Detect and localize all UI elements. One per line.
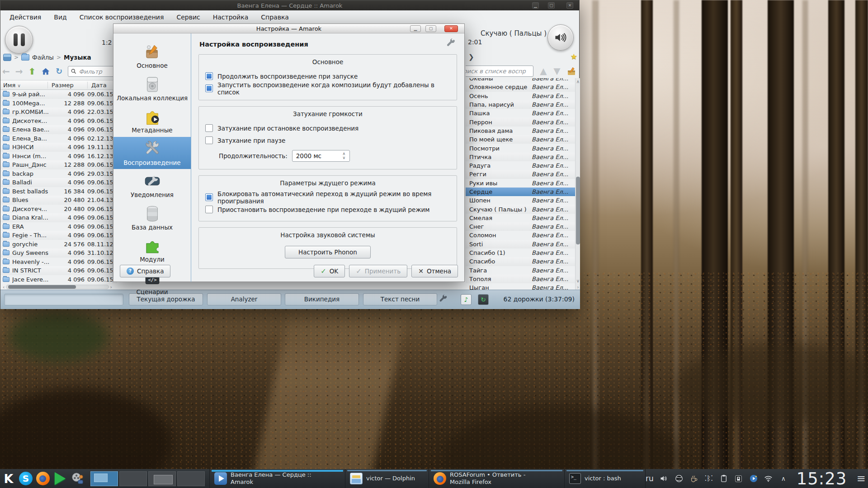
- lyrics-button[interactable]: Текст песни: [363, 293, 437, 305]
- file-row[interactable]: ERA 4 096 09.06.15: [0, 222, 117, 231]
- file-row[interactable]: Fegie - Th... 4 096 09.06.15: [0, 231, 117, 240]
- move-down-icon[interactable]: ▼: [551, 65, 563, 77]
- bookmark-star-icon[interactable]: ★: [571, 52, 577, 61]
- checkbox[interactable]: [205, 124, 213, 132]
- wifi-icon[interactable]: [764, 474, 773, 483]
- wikipedia-button[interactable]: Википедия: [285, 293, 359, 305]
- back-button[interactable]: ←: [2, 67, 10, 76]
- menu-item[interactable]: Вид: [54, 14, 66, 21]
- playlist-row[interactable]: Оловянное сердце Ваенга Ел...: [466, 83, 575, 91]
- help-button[interactable]: ? Справка: [120, 265, 170, 277]
- menu-item[interactable]: Справка: [261, 14, 289, 21]
- video-player-launcher[interactable]: [69, 470, 86, 487]
- scrollbar-thumb[interactable]: [576, 177, 580, 244]
- amarok-titlebar[interactable]: Ваенга Елена — Сердце :: Amarok ▁ ▢ ✕: [0, 0, 579, 10]
- applet-config-wrench-icon[interactable]: [438, 294, 448, 304]
- playlist-row[interactable]: Перрон Ваенга Ел...: [466, 117, 575, 126]
- playlist-row[interactable]: Sorti Ваенга Ел...: [466, 240, 575, 249]
- clock[interactable]: 15:23: [797, 469, 847, 488]
- playlist-row[interactable]: По моей щеке Ваенга Ел...: [466, 135, 575, 144]
- maximize-button[interactable]: ▢: [548, 2, 555, 9]
- playlist-breadcrumb-chevron[interactable]: ❯: [468, 53, 577, 63]
- playlist-row[interactable]: Пашка Ваенга Ел...: [466, 109, 575, 117]
- file-row[interactable]: Heavenly -... 4 096 09.06.15: [0, 258, 117, 267]
- menu-item[interactable]: Действия: [9, 14, 41, 21]
- playlist-row[interactable]: Птичка Ваенга Ел...: [466, 153, 575, 161]
- checkbox[interactable]: [205, 193, 213, 201]
- file-row[interactable]: Елена_Ва... 4 096 02.12.13: [0, 134, 117, 143]
- dialog-maximize-button[interactable]: ▢: [425, 25, 436, 32]
- checkbox[interactable]: [205, 136, 213, 144]
- file-row[interactable]: Дискотеч... 20 480 09.06.15: [0, 205, 117, 214]
- ok-button[interactable]: ✓ OK: [314, 265, 345, 277]
- sidebar-item-playback[interactable]: Воспроизведение: [113, 137, 191, 169]
- playlist-row[interactable]: Радуга Ваенга Ел...: [466, 161, 575, 170]
- pause-button[interactable]: [5, 26, 33, 54]
- volume-tray-icon[interactable]: [660, 474, 669, 483]
- file-horizontal-scrollbar[interactable]: ‹ ›: [1, 284, 113, 290]
- playlist-row[interactable]: Спасибо Ваенга Ел...: [466, 257, 575, 266]
- playlist-row[interactable]: Тайга Ваенга Ел...: [466, 266, 575, 275]
- scroll-right-icon[interactable]: ›: [109, 284, 113, 290]
- menu-item[interactable]: Настройка: [213, 14, 249, 21]
- file-row[interactable]: Нэнси (m... 4 096 16.12.13: [0, 152, 117, 161]
- volume-button[interactable]: [547, 24, 574, 51]
- playlist-row[interactable]: Сердце Ваенга Ел...: [466, 188, 575, 196]
- up-button[interactable]: ⬆: [28, 67, 36, 76]
- scroll-left-icon[interactable]: ‹: [1, 284, 6, 290]
- file-row[interactable]: Jace Evere... 4 096 09.06.15: [0, 275, 117, 284]
- file-row[interactable]: Diana Kral... 4 096 09.06.15: [0, 213, 117, 222]
- scroll-down-icon[interactable]: ∨: [576, 278, 580, 283]
- skype-launcher[interactable]: S: [17, 470, 34, 487]
- home-button[interactable]: [41, 67, 50, 75]
- playlist-row[interactable]: Осень Ваенга Ел...: [466, 92, 575, 100]
- playlist-row[interactable]: Океаны Ваенга Ел...: [466, 78, 575, 83]
- spinbox-arrows[interactable]: ∧∨: [340, 152, 349, 160]
- file-row[interactable]: НЭНСИ 4 096 19.11.13: [0, 143, 117, 152]
- cancel-button[interactable]: ✕ Отмена: [411, 265, 458, 277]
- forward-button[interactable]: →: [15, 67, 23, 76]
- sidebar-item-general[interactable]: Основное: [113, 40, 191, 72]
- sidebar-item-local-collection[interactable]: Локальная коллекция: [113, 72, 191, 105]
- configure-phonon-button[interactable]: Настроить Phonon: [285, 246, 371, 258]
- reload-button[interactable]: ↻: [56, 67, 62, 76]
- dialog-close-button[interactable]: ✕: [444, 25, 458, 32]
- file-row[interactable]: backap 4 096 29.03.15: [0, 169, 117, 178]
- column-size[interactable]: Размер: [47, 82, 87, 89]
- kde-menu-button[interactable]: K: [0, 470, 17, 487]
- scroll-up-icon[interactable]: ∧: [576, 79, 580, 84]
- file-row[interactable]: Balladi 4 096 09.06.15: [0, 178, 117, 187]
- menu-item[interactable]: Сервис: [176, 14, 200, 21]
- playlist-row[interactable]: Снег Ваенга Ел...: [466, 222, 575, 231]
- checkbox[interactable]: [205, 206, 213, 213]
- playlist-row[interactable]: Скучаю ( Пальцы ) Ваенга Ел...: [466, 205, 575, 213]
- file-row[interactable]: Best ballads 16 384 09.06.15: [0, 187, 117, 196]
- file-row[interactable]: Елена Вае... 4 096 09.06.15: [0, 125, 117, 134]
- tray-expander-icon[interactable]: ∧: [779, 474, 788, 483]
- breadcrumb-files[interactable]: Файлы: [32, 54, 54, 61]
- filter-input[interactable]: Фильтр: [68, 66, 117, 77]
- playlist-row[interactable]: Цыган Ваенга Ел...: [466, 283, 575, 290]
- file-row[interactable]: 100Mega... 12 288 09.06.15: [0, 99, 117, 108]
- bluetooth-icon[interactable]: ⁚ᛒ⁚: [704, 474, 713, 483]
- network-globe-icon[interactable]: [675, 474, 684, 483]
- playlist-row[interactable]: Регги Ваенга Ел...: [466, 170, 575, 178]
- move-up-icon[interactable]: ▲: [537, 65, 550, 77]
- file-row[interactable]: Guy Sweens 4 096 31.10.12: [0, 249, 117, 258]
- checkbox[interactable]: [205, 72, 213, 80]
- checkbox[interactable]: [205, 84, 213, 92]
- amarok-tray-icon[interactable]: [749, 474, 758, 483]
- pager-desktop-4[interactable]: [177, 471, 205, 486]
- task-konsole[interactable]: >_ victor : bash: [564, 469, 646, 488]
- firefox-launcher[interactable]: [34, 470, 52, 487]
- file-row[interactable]: 9-ый рай... 4 096 09.06.15: [0, 90, 117, 99]
- task-amarok[interactable]: Ваенга Елена — Сердце :: Amarok: [209, 469, 345, 488]
- playlist-tools-icon[interactable]: [566, 66, 577, 77]
- file-row[interactable]: Рашн_Дэнс 12 288 09.06.15: [0, 160, 117, 169]
- next-track-label[interactable]: Скучаю ( Пальцы ) ❯: [481, 29, 554, 38]
- playlist-row[interactable]: Смелая Ваенга Ел...: [466, 214, 575, 222]
- playlist-search-input[interactable]: Поиск в списке воспр: [466, 66, 533, 77]
- playlist-row[interactable]: Папа, нарисуй Ваенга Ел...: [466, 100, 575, 109]
- pager-desktop-3[interactable]: [148, 471, 176, 486]
- coffee-cup-icon[interactable]: [689, 474, 698, 483]
